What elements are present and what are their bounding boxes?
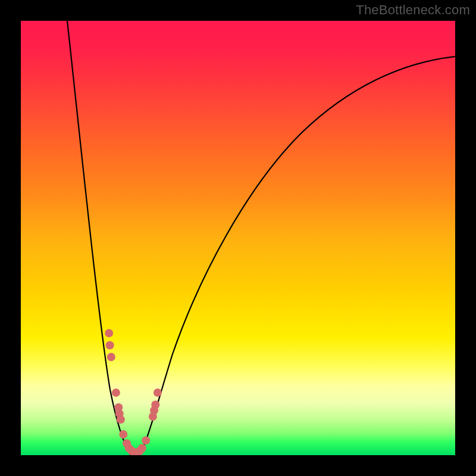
watermark-text: TheBottleneck.com (356, 2, 470, 18)
data-point (119, 430, 127, 439)
data-point (107, 353, 115, 361)
curve-layer (21, 21, 455, 455)
data-point (106, 341, 114, 349)
curve-right (140, 57, 455, 455)
data-point (117, 415, 125, 424)
data-point (105, 329, 113, 337)
curve-left (67, 21, 131, 455)
marker-group (105, 329, 162, 455)
data-point (151, 400, 159, 409)
data-point (138, 444, 146, 452)
chart-container: TheBottleneck.com (0, 0, 476, 476)
plot-area (21, 21, 455, 455)
data-point (142, 436, 150, 444)
data-point (154, 389, 162, 397)
data-point (112, 389, 120, 397)
